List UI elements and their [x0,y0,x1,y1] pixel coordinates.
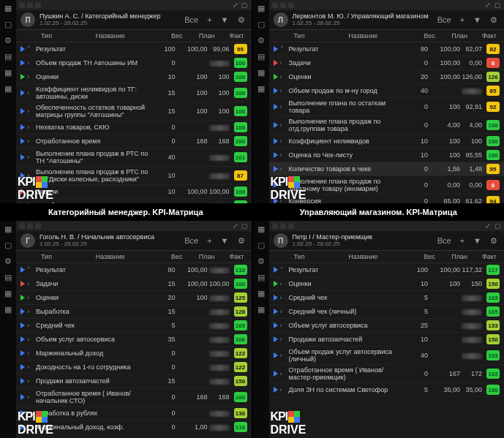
kpi-row[interactable]: › Объем продаж ТН Автошины ИМ 0 100 [16,56,252,70]
gear-icon[interactable]: ⚙ [256,256,266,266]
chevron-icon[interactable]: › [280,370,287,377]
chevron-icon[interactable]: › [27,188,34,195]
chevron-icon[interactable]: › [27,423,34,431]
chevron-icon[interactable]: › [27,172,34,179]
kpi-row[interactable]: › Средний чек 5 103 [16,319,252,333]
settings-icon[interactable]: ⚙ [488,236,500,246]
chevron-icon[interactable]: › [27,73,34,80]
chevron-icon[interactable]: › [27,137,34,145]
chevron-icon[interactable]: ˅ [280,45,287,53]
filter-all[interactable]: Все [182,15,200,24]
kpi-row[interactable]: ˅ Результат 100 100,00 99,06 99 [16,42,252,56]
chevron-icon[interactable]: › [27,280,34,287]
chevron-icon[interactable]: › [280,386,287,393]
chevron-icon[interactable]: › [27,124,34,131]
settings-icon[interactable]: ⚙ [236,236,247,246]
kpi-row[interactable]: › Выполнение плана по остаткам товара 0 … [269,98,505,116]
chevron-icon[interactable]: › [27,377,34,385]
kpi-row[interactable]: › Оценки 20 100,00 126,00 126 [269,70,505,84]
apps2-icon[interactable]: ▦ [3,83,13,94]
filter-all[interactable]: Все [182,236,200,245]
kpi-row[interactable]: › Продажи автозапчастей 15 150 [16,374,252,388]
chevron-icon[interactable]: › [280,137,287,145]
add-icon[interactable]: + [205,236,214,245]
kpi-row[interactable]: › Средний чек 5 103 [269,291,505,305]
grid-icon[interactable]: ▦ [3,3,13,13]
kpi-row[interactable]: › Объем услуг автосервиса 25 133 [269,319,505,333]
kpi-row[interactable]: › Выполнение плана продаж в РТС по ТН "А… [16,148,252,167]
apps-icon[interactable]: ▦ [256,67,266,78]
kpi-row[interactable]: › Нехватка товаров, СКЮ 0 100 [16,121,252,135]
window-icon[interactable]: ▢ [241,1,249,9]
chevron-icon[interactable]: › [280,308,287,315]
chevron-icon[interactable]: › [280,197,287,203]
grid-icon[interactable]: ▦ [256,224,266,234]
kpi-row[interactable]: › Выполнение плана продаж по заказному т… [269,176,505,195]
kpi-row[interactable]: › Обеспеченность остатков товарной матри… [16,102,252,121]
tab-icon[interactable] [35,2,41,8]
kpi-row[interactable]: ˅ Результат 80 100,00 110 [16,263,252,277]
chevron-icon[interactable]: › [280,181,287,189]
chevron-icon[interactable]: › [27,350,34,357]
kpi-row[interactable]: › Оценка по Чек-листу 10 100 95,55 100 [269,148,505,162]
kpi-row[interactable]: › Отработанное время ( Иванов/ мастер-пр… [269,365,505,383]
tab-icon[interactable] [272,223,278,229]
kpi-row[interactable]: › Задачи 10 100,00 100,00 100 [16,185,252,199]
avatar[interactable]: Л [274,12,288,27]
tab-icon[interactable] [280,223,286,229]
menu-icon[interactable]: ▤ [3,272,13,282]
tab-icon[interactable] [288,223,294,229]
kpi-row[interactable]: › Коэффициент неликвидов 10 100 100 100 [269,135,505,148]
kpi-row[interactable]: › Оценки 20 100 125 [16,291,252,305]
tab-icon[interactable] [19,223,25,229]
chevron-icon[interactable]: › [280,103,287,110]
chevron-icon[interactable]: › [280,352,287,359]
kpi-row[interactable]: ˅ Заработная плата с учетом налога 0 112 [16,199,252,203]
kpi-row[interactable]: › Отработанное время 0 168 168 100 [16,135,252,148]
filter-all[interactable]: Все [435,236,454,245]
tab-icon[interactable] [35,223,41,229]
kpi-row[interactable]: › Выполнение плана продаж по отд.группам… [269,116,505,135]
add-icon[interactable]: + [458,236,467,245]
avatar[interactable]: П [20,12,35,27]
kpi-row[interactable]: ˅ Результат 80 100,00 82,07 82 [269,42,505,56]
chevron-icon[interactable]: › [280,294,287,301]
kpi-row[interactable]: › Конверсия 0 65,00 61,62 94 [269,195,505,203]
tab-icon[interactable] [280,2,286,8]
chevron-icon[interactable]: › [27,59,34,67]
kpi-row[interactable]: › Коэффициент неликвидов по ТГ: автошины… [16,84,252,102]
avatar[interactable]: Г [20,233,35,248]
settings-icon[interactable]: ⚙ [236,15,247,25]
kpi-row[interactable]: › Объем продаж по м-ну город 40 85 [269,84,505,98]
chevron-icon[interactable]: › [27,89,34,97]
chevron-icon[interactable]: › [280,280,287,287]
apps2-icon[interactable]: ▦ [3,304,13,314]
apps-icon[interactable]: ▦ [3,67,13,78]
apps-icon[interactable]: ▦ [256,288,266,298]
gear-icon[interactable]: ⚙ [256,35,266,45]
chevron-icon[interactable]: › [27,322,34,329]
kpi-row[interactable]: › Отработанное время ( Иванов/ начальник… [16,388,252,407]
kpi-row[interactable]: › Оценки 10 100 100 100 [16,70,252,84]
chevron-icon[interactable]: › [27,393,34,401]
expand-icon[interactable]: ⤢ [232,222,239,230]
chevron-icon[interactable]: › [27,336,34,343]
filter-all[interactable]: Все [435,15,454,24]
tab-icon[interactable] [27,2,33,8]
tab-icon[interactable] [272,2,278,8]
chevron-icon[interactable]: › [280,322,287,329]
kpi-row[interactable]: › Доходность на 1-го сотрудника 0 122 [16,360,252,374]
kpi-row[interactable]: › Выработка 15 128 [16,305,252,319]
kpi-row[interactable]: › Количество товаров в чеке 0 1,56 1,48 … [269,162,505,176]
calendar-icon[interactable]: ▢ [3,240,13,250]
expand-icon[interactable]: ⤢ [484,222,492,230]
menu-icon[interactable]: ▤ [3,51,13,61]
chevron-icon[interactable]: › [280,165,287,173]
kpi-row[interactable]: › Средний чек (личный) 5 105 [269,305,505,319]
calendar-icon[interactable]: ▢ [256,19,266,29]
expand-icon[interactable]: ⤢ [484,1,492,9]
chevron-icon[interactable]: ˅ [27,266,34,273]
grid-icon[interactable]: ▦ [3,224,13,234]
filter-icon[interactable]: ▼ [471,15,484,24]
settings-icon[interactable]: ⚙ [488,15,500,25]
